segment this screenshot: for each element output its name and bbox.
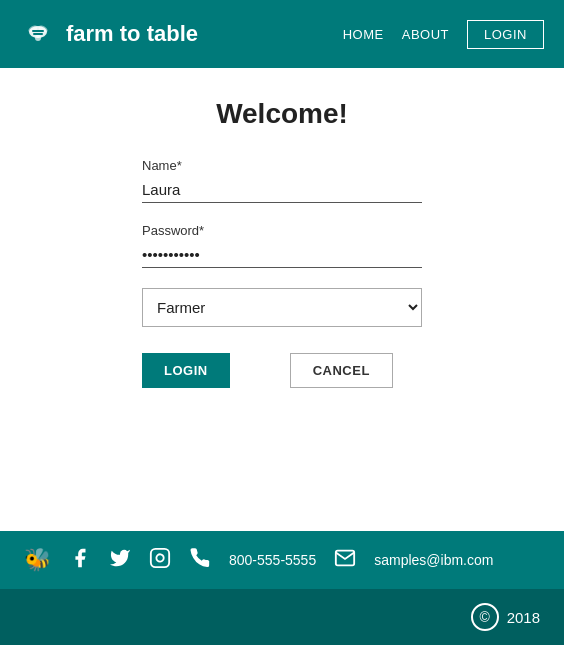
nav-about[interactable]: ABOUT [402,27,449,42]
svg-rect-6 [151,549,169,567]
svg-point-5 [35,35,41,41]
login-form: Name* Password* Farmer Consumer Admin LO… [142,158,422,388]
form-buttons: LOGIN CANCEL [142,353,422,388]
facebook-icon [69,547,91,573]
footer-bee-icon: 🐝 [24,549,51,571]
password-input[interactable] [142,242,422,268]
bee-icon [20,16,56,52]
nav-home[interactable]: HOME [343,27,384,42]
brand-name: farm to table [66,21,198,47]
svg-rect-3 [32,30,44,32]
logo-area: farm to table [20,16,343,52]
role-select[interactable]: Farmer Consumer Admin [142,288,422,327]
login-button[interactable]: LOGIN [142,353,230,388]
main-content: Welcome! Name* Password* Farmer Consumer… [0,68,564,531]
phone-number: 800-555-5555 [229,552,316,568]
name-input[interactable] [142,177,422,203]
email-address: samples@ibm.com [374,552,493,568]
password-label: Password* [142,223,422,238]
copyright-area: © 2018 [471,603,540,631]
email-icon [334,547,356,573]
instagram-icon [149,547,171,573]
copyright-year: 2018 [507,609,540,626]
header: farm to table HOME ABOUT LOGIN [0,0,564,68]
password-field-group: Password* [142,223,422,268]
copyright-icon: © [471,603,499,631]
cancel-button[interactable]: CANCEL [290,353,393,388]
phone-icon [189,547,211,573]
nav-login-button[interactable]: LOGIN [467,20,544,49]
name-field-group: Name* [142,158,422,203]
role-field-group: Farmer Consumer Admin [142,288,422,327]
name-label: Name* [142,158,422,173]
footer-top: 🐝 800-555-5555 samples@ibm.com [0,531,564,589]
footer-bottom: © 2018 [0,589,564,645]
main-nav: HOME ABOUT LOGIN [343,20,544,49]
svg-rect-4 [33,33,43,35]
welcome-title: Welcome! [216,98,348,130]
twitter-icon [109,547,131,573]
